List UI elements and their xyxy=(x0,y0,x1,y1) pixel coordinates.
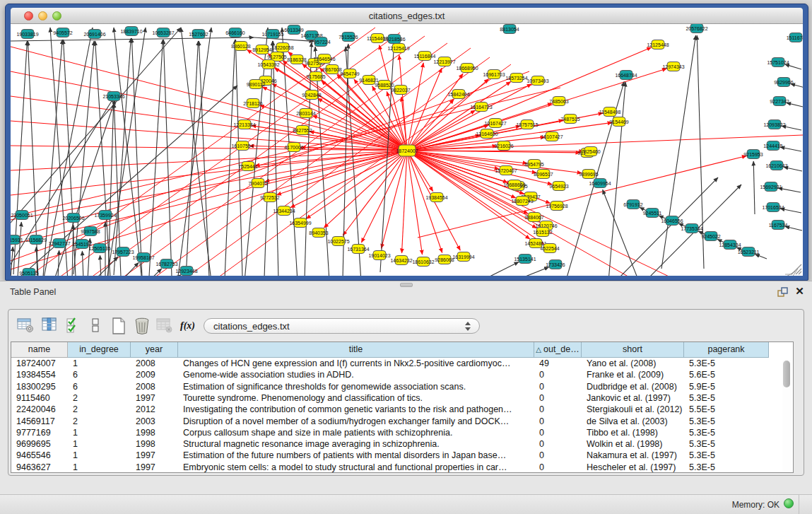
graph-node[interactable]: 16354999 xyxy=(289,218,311,228)
graph-node[interactable]: 16782753 xyxy=(155,259,177,269)
table-cell[interactable]: 9699695 xyxy=(11,438,68,450)
close-icon[interactable]: ✕ xyxy=(794,286,805,297)
split-pane-grip[interactable] xyxy=(400,283,413,287)
graph-node[interactable]: 18839710 xyxy=(120,27,142,36)
table-cell[interactable]: 1997 xyxy=(131,392,178,404)
table-cell[interactable]: 5.3E-5 xyxy=(684,392,769,404)
graph-node[interactable]: 10167427 xyxy=(484,119,506,128)
table-cell[interactable]: Wolkin et al. (1998) xyxy=(582,438,684,450)
graph-node[interactable]: 16731364 xyxy=(347,245,369,254)
table-cell[interactable]: 5.6E-5 xyxy=(684,369,769,381)
table-cell[interactable]: de Silva et al. (2003) xyxy=(582,416,684,428)
table-row[interactable]: 1872400712008Changes of HCN gene express… xyxy=(11,358,793,370)
graph-node[interactable]: 9899695 xyxy=(579,170,598,179)
graph-node[interactable]: 1244415 xyxy=(763,141,782,151)
table-cell[interactable]: 9465546 xyxy=(11,450,68,462)
table-cell[interactable]: Genome-wide association studies in ADHD. xyxy=(178,369,534,381)
table-row[interactable]: 946362711997Embryonic stem cells: a mode… xyxy=(11,462,793,474)
select-columns-icon[interactable] xyxy=(65,317,85,335)
graph-node[interactable]: 19384554 xyxy=(425,193,447,202)
graph-node[interactable]: 8940353 xyxy=(309,228,328,238)
column-header-in_degree[interactable]: in_degree xyxy=(68,342,131,358)
graph-node[interactable]: 15751074 xyxy=(767,58,789,67)
table-cell[interactable]: 5.3E-5 xyxy=(684,450,769,462)
table-cell[interactable]: 5.3E-5 xyxy=(684,416,769,428)
float-window-icon[interactable] xyxy=(777,287,789,298)
graph-node[interactable]: 8186328 xyxy=(287,55,306,64)
graph-node[interactable]: 18724007 xyxy=(396,145,418,156)
graph-node[interactable]: 18226058 xyxy=(271,43,293,52)
graph-node[interactable]: 9286068 xyxy=(435,255,454,264)
table-row[interactable]: 911546021997Tourette syndrome. Phenomeno… xyxy=(11,392,793,404)
table-cell[interactable]: Disruption of a novel member of a sodium… xyxy=(178,416,534,428)
graph-node[interactable]: 9505135 xyxy=(19,269,38,276)
graph-node[interactable]: 3216026 xyxy=(494,141,513,151)
graph-node[interactable]: 16107427 xyxy=(541,132,563,141)
graph-node[interactable]: 1733426 xyxy=(546,260,565,269)
table-cell[interactable]: Yano et al. (2008) xyxy=(582,358,684,370)
table-cell[interactable]: Franke et al. (2009) xyxy=(582,369,684,381)
table-cell[interactable]: 1998 xyxy=(131,427,178,439)
graph-node[interactable]: 15692921 xyxy=(760,182,782,192)
table-cell[interactable]: 9463627 xyxy=(11,462,68,474)
show-columns-icon[interactable] xyxy=(41,317,61,335)
graph-node[interactable]: 16210643 xyxy=(765,161,787,170)
table-cell[interactable]: Nakamura et al. (1997) xyxy=(582,450,684,462)
column-header-pagerank[interactable]: pagerank xyxy=(684,342,769,358)
table-cell[interactable]: 0 xyxy=(534,462,582,474)
table-cell[interactable]: 5.3E-5 xyxy=(684,438,769,450)
graph-node[interactable]: 19014023 xyxy=(368,251,390,260)
table-cell[interactable]: 22420046 xyxy=(11,404,68,416)
graph-node[interactable]: 9405572 xyxy=(53,28,72,37)
table-row[interactable]: 946554611997Estimation of the future num… xyxy=(11,450,793,462)
graph-node[interactable]: 1167534 xyxy=(769,221,788,230)
graph-node[interactable]: 10973493 xyxy=(526,76,548,86)
table-cell[interactable]: 0 xyxy=(534,450,582,462)
table-cell[interactable]: Dudbridge et al. (2008) xyxy=(582,381,684,393)
import-table-icon[interactable] xyxy=(155,317,175,335)
table-cell[interactable]: 0 xyxy=(534,438,582,450)
table-cell[interactable]: 18300295 xyxy=(11,381,68,393)
column-header-short[interactable]: short xyxy=(582,342,684,358)
table-cell[interactable]: 5.3E-5 xyxy=(684,462,769,474)
table-cell[interactable]: 1 xyxy=(68,358,131,370)
table-cell[interactable]: Estimation of the future numbers of pati… xyxy=(178,450,534,462)
graph-node[interactable]: 20576822 xyxy=(686,24,707,33)
graph-node[interactable]: 8096517 xyxy=(534,170,553,179)
table-cell[interactable]: 18724007 xyxy=(11,358,68,370)
graph-node[interactable]: 8813054 xyxy=(500,25,519,34)
graph-node[interactable]: 20206506 xyxy=(62,214,84,223)
graph-node[interactable]: 12213384 xyxy=(233,120,255,129)
graph-node[interactable]: 18757515 xyxy=(516,120,538,129)
graph-node[interactable]: 15842404 xyxy=(447,90,469,99)
table-cell[interactable]: 2008 xyxy=(131,381,178,393)
graph-node[interactable]: 10653287 xyxy=(152,28,174,37)
graph-node[interactable]: 10719155 xyxy=(261,30,283,39)
table-cell[interactable]: 0 xyxy=(534,392,582,404)
table-cell[interactable]: Structural magnetic resonance image aver… xyxy=(178,438,534,450)
graph-node[interactable]: 18610632 xyxy=(412,257,434,267)
table-cell[interactable]: Changes of HCN gene expression and I(f) … xyxy=(178,358,534,370)
graph-node[interactable]: 16648784 xyxy=(615,71,637,80)
graph-node[interactable]: 15116844 xyxy=(414,52,436,61)
table-cell[interactable]: 1 xyxy=(68,450,131,462)
table-row[interactable]: 969969511998Structural magnetic resonanc… xyxy=(11,438,793,450)
table-cell[interactable]: Corpus callosum shape and size in male p… xyxy=(178,427,534,439)
graph-node[interactable]: 17016534 xyxy=(762,203,784,212)
graph-node[interactable]: 4170006 xyxy=(284,143,303,152)
graph-node[interactable]: 12093822 xyxy=(763,120,785,129)
graph-node[interactable]: 16164723 xyxy=(470,103,492,112)
table-cell[interactable]: 2012 xyxy=(131,404,178,416)
table-cell[interactable]: 2008 xyxy=(131,358,178,370)
table-cell[interactable]: 0 xyxy=(534,404,582,416)
scrollbar-thumb[interactable] xyxy=(783,361,790,387)
table-cell[interactable]: 9115460 xyxy=(11,392,68,404)
delete-column-icon[interactable] xyxy=(133,317,153,335)
new-column-icon[interactable] xyxy=(110,317,129,335)
table-cell[interactable]: 1 xyxy=(68,427,131,439)
network-view-canvas[interactable]: 8860128891295418226058912750581863281054… xyxy=(11,24,803,276)
table-cell[interactable]: 0 xyxy=(534,381,582,393)
graph-node[interactable]: 7515526 xyxy=(339,33,358,42)
graph-node[interactable]: 9227342 xyxy=(770,97,789,106)
graph-node[interactable]: 1527602 xyxy=(189,30,208,39)
